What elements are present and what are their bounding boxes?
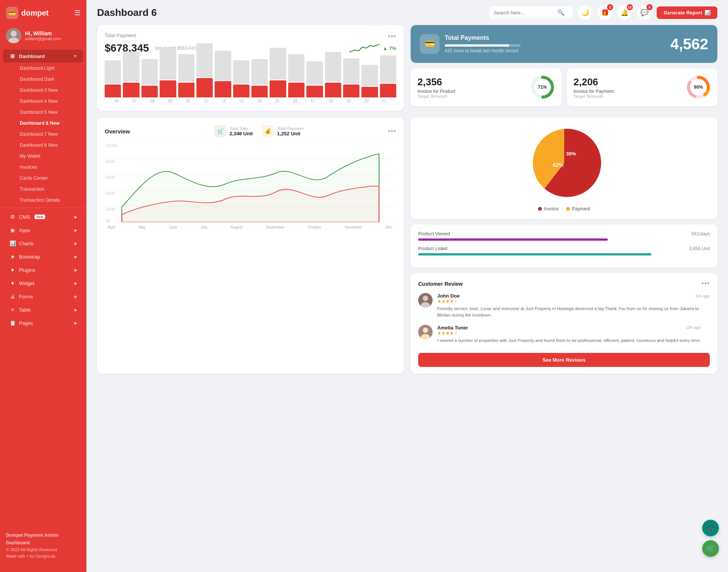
see-more-reviews-button[interactable]: See More Reviews: [418, 353, 710, 367]
topbar-right: 🔍 🌙 🎁 2 🔔 12 💬 5 Generate Report 📊: [489, 5, 717, 20]
avatar: [6, 28, 21, 43]
bar-group-18: [325, 52, 341, 97]
invoice-product-number: 2,356: [417, 76, 455, 88]
gray-bar-06: [105, 60, 121, 84]
sidebar-item-dashboard-7[interactable]: Dashboard 7 New: [3, 129, 83, 139]
total-sale-label: Total Sale: [229, 126, 253, 131]
message-icon: 💬: [640, 9, 648, 17]
payment-legend-label: Payment: [572, 206, 590, 212]
generate-report-button[interactable]: Generate Report 📊: [657, 6, 717, 19]
review-text-2: I viewed a number of properties with Jus…: [437, 337, 701, 344]
sidebar-item-bootstrap[interactable]: ★ Bootstrap ▶: [3, 250, 83, 263]
gray-bar-11: [196, 43, 213, 77]
sidebar-logo: 💳 dompet: [6, 7, 49, 19]
sidebar-item-dashboard[interactable]: ⊞ Dashboard ▼: [3, 50, 83, 63]
review-item-1: John Doe 5m ago ★★★★★ Friendly service J…: [418, 293, 710, 319]
review-menu[interactable]: •••: [701, 280, 710, 288]
area-chart-svg: 1000k 800k 600k 400k 200k 0k: [105, 143, 396, 222]
total-payment-icon: 💰: [262, 125, 274, 137]
sidebar-user: Hi, William william@gmail.com: [0, 24, 86, 49]
bar-label-07: 07: [126, 99, 143, 103]
product-listed-value: 3,456 Unit: [689, 246, 710, 251]
blue-total-payments-card: 💳 Total Payments 431 more to break last …: [411, 25, 717, 63]
float-cart-button[interactable]: 🛒: [702, 540, 719, 557]
sidebar-item-dashboard-4[interactable]: Dashboard 4 New: [3, 96, 83, 107]
footer-made: Made with ♥ by DexignLab: [6, 553, 80, 560]
red-bar-15: [270, 80, 286, 97]
gray-bar-16: [288, 54, 304, 82]
invoice-product-percent: 71%: [538, 85, 547, 90]
trend-up-icon: ▲: [383, 45, 388, 51]
bell-notification-button[interactable]: 🔔 12: [617, 5, 632, 20]
customer-review-title: Customer Review: [418, 281, 463, 287]
product-listed-bar: [418, 253, 651, 255]
trend-sparkline: [349, 42, 380, 54]
sidebar-item-invoices[interactable]: Invoices: [3, 162, 83, 172]
bell-badge: 12: [627, 4, 633, 10]
total-payment-title: Total Payment: [105, 33, 136, 38]
bar-label-08: 08: [143, 99, 161, 103]
sidebar-item-widget[interactable]: ♥ Widget ▶: [3, 277, 83, 290]
product-viewed-label: Product Viewed: [418, 231, 450, 237]
badge-new-cms: New: [35, 215, 46, 219]
gift-notification-button[interactable]: 🎁 2: [598, 5, 612, 20]
svg-text:600k: 600k: [105, 176, 115, 180]
blue-progress-fill: [445, 44, 509, 47]
svg-text:400k: 400k: [105, 191, 115, 196]
gift-badge: 2: [607, 4, 613, 10]
sidebar-item-transaction-details[interactable]: Transaction Details: [3, 195, 83, 205]
invoice-payment-card: 2,206 Invoice for Payment Target 3k/mont…: [567, 68, 718, 106]
svg-point-1: [11, 31, 17, 37]
overview-menu[interactable]: •••: [388, 127, 396, 135]
sidebar-item-pages[interactable]: 📋 Pages ▶: [3, 317, 83, 329]
bar-group-12: [215, 51, 231, 98]
red-bar-07: [123, 83, 139, 97]
bar-label-12: 12: [215, 99, 232, 103]
bar-label-09: 09: [161, 99, 179, 103]
hamburger-button[interactable]: ☰: [74, 9, 80, 17]
main-content: Dashboard 6 🔍 🌙 🎁 2 🔔 12 💬 5 Gen: [86, 0, 728, 572]
invoice-payment-donut: 90%: [686, 75, 711, 99]
overview-x-axis: April May June July August September Oct…: [105, 225, 396, 229]
pie-chart-card: 62% 38% Invoice Payment: [411, 118, 717, 219]
gray-bar-17: [306, 61, 323, 85]
gray-bar-14: [251, 59, 268, 85]
product-viewed-value: 561/days: [691, 231, 710, 237]
app-name: dompet: [21, 9, 49, 17]
red-bar-13: [233, 85, 249, 97]
theme-toggle-button[interactable]: 🌙: [578, 5, 592, 20]
bar-label-11: 11: [197, 99, 215, 103]
pie-legend: Invoice Payment: [538, 206, 590, 212]
dashboard-arrow: ▼: [73, 54, 77, 58]
sidebar-item-dashboard-6[interactable]: Dashboard 6 New: [3, 118, 83, 129]
blue-progress-bar: [445, 44, 521, 47]
sidebar-item-dashboard-8[interactable]: Dashboard 8 New: [3, 140, 83, 150]
sidebar-item-charts[interactable]: 📊 Charts ▶: [3, 237, 83, 250]
badge-new-d5: New: [48, 110, 58, 115]
sidebar-item-dashboard-dark[interactable]: Dashboard Dark: [3, 74, 83, 85]
sidebar-item-dashboard-5[interactable]: Dashboard 5 New: [3, 107, 83, 118]
red-bar-11: [196, 78, 213, 97]
sidebar-item-my-wallet[interactable]: My Wallet: [3, 151, 83, 161]
sidebar-item-forms[interactable]: 🖨 Forms ▶: [3, 290, 83, 303]
sidebar-item-cms[interactable]: ⚙ CMS New ▶: [3, 210, 83, 223]
footer-copy: © 2023 All Rights Reserved: [6, 547, 80, 553]
sidebar-item-cards-center[interactable]: Cards Center: [3, 173, 83, 183]
bell-icon: 🔔: [621, 9, 629, 17]
sidebar-item-dashboard-light[interactable]: Dashboard Light: [3, 63, 83, 74]
sidebar-item-table[interactable]: ≡ Table ▶: [3, 303, 83, 316]
bar-chart-area: 06070809101112131415161718192021: [105, 60, 396, 103]
sidebar-item-plugins[interactable]: ♥ Plugins ▶: [3, 263, 83, 276]
search-input[interactable]: [494, 10, 554, 16]
total-payment-menu[interactable]: •••: [388, 33, 396, 41]
sidebar-item-dashboard-3[interactable]: Dashboard 3 New: [3, 85, 83, 96]
float-support-button[interactable]: 🎧: [702, 520, 719, 536]
svg-text:1000k: 1000k: [105, 144, 117, 148]
bar-group-19: [343, 58, 359, 97]
message-notification-button[interactable]: 💬 5: [637, 5, 651, 20]
svg-text:200k: 200k: [105, 207, 115, 212]
sidebar-item-transaction[interactable]: Transaction: [3, 184, 83, 194]
sidebar-item-apps[interactable]: ◉ Apps ▶: [3, 224, 83, 237]
invoice-payment-percent: 90%: [694, 85, 703, 90]
bar-label-21: 21: [375, 99, 393, 103]
